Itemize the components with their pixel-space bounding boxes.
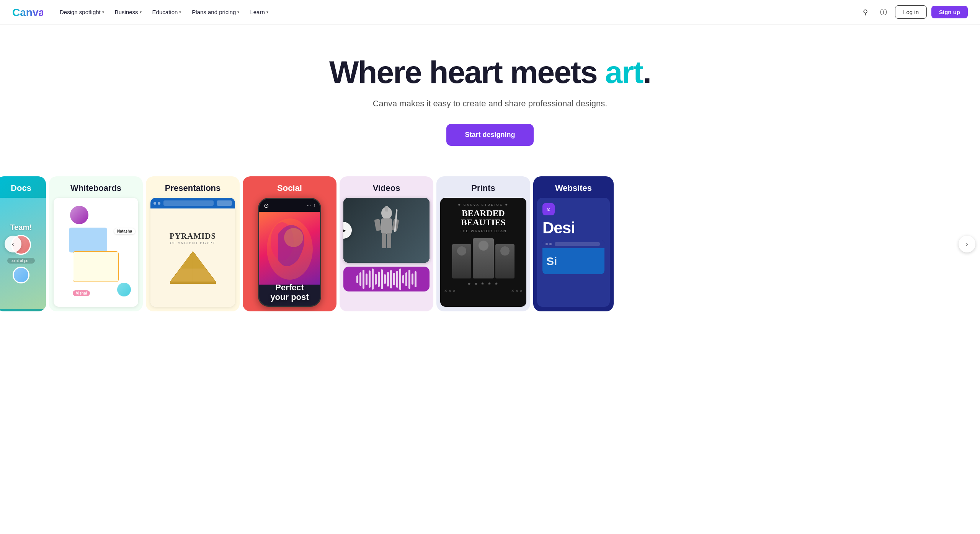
card-prints[interactable]: Prints ★ CANVA STUDIOS ★ BEARDEDBEAUTIES… <box>436 176 530 311</box>
svg-rect-10 <box>374 219 381 231</box>
prints-stars: ★ ★ ★ ★ ★ <box>467 282 499 286</box>
help-icon: ⓘ <box>880 8 887 17</box>
card-whiteboards-title: Whiteboards <box>49 176 143 198</box>
start-designing-button[interactable]: Start designing <box>446 124 533 146</box>
nav-actions: ⚲ ⓘ Log in Sign up <box>858 5 968 19</box>
signup-button[interactable]: Sign up <box>931 6 968 18</box>
card-prints-title: Prints <box>436 176 530 198</box>
hero-title: Where heart meets art. <box>329 55 651 90</box>
svg-rect-9 <box>381 218 392 234</box>
carousel-prev-button[interactable]: ‹ <box>5 236 21 252</box>
navigation: Canva Design spotlight ▾ Business ▾ Educ… <box>0 0 980 24</box>
chevron-down-icon: ▾ <box>237 10 239 14</box>
card-social[interactable]: Social ⊙ ··· ↑ <box>243 176 336 311</box>
card-social-title: Social <box>243 176 336 198</box>
logo[interactable]: Canva <box>12 6 43 18</box>
nav-education[interactable]: Education ▾ <box>148 6 186 18</box>
search-button[interactable]: ⚲ <box>858 5 872 19</box>
chevron-right-icon: › <box>966 241 968 247</box>
login-button[interactable]: Log in <box>895 5 927 19</box>
svg-rect-4 <box>170 282 216 284</box>
chevron-down-icon: ▾ <box>266 10 268 14</box>
chevron-down-icon: ▾ <box>140 10 142 14</box>
hero-subtitle: Canva makes it easy to create and share … <box>373 99 608 109</box>
prints-title: BEARDEDBEAUTIES <box>461 209 505 227</box>
nav-design-spotlight[interactable]: Design spotlight ▾ <box>55 6 109 18</box>
card-websites[interactable]: Websites ⊙ Desi Si <box>533 176 614 311</box>
hero-section: Where heart meets art. Canva makes it ea… <box>0 24 980 169</box>
chevron-down-icon: ▾ <box>179 10 181 14</box>
cards-strip: Docs Team! point of po... Whiteboards Na… <box>0 176 980 311</box>
svg-point-7 <box>284 228 303 247</box>
nav-learn[interactable]: Learn ▾ <box>245 6 273 18</box>
card-videos-title: Videos <box>340 176 433 198</box>
chevron-down-icon: ▾ <box>102 10 104 14</box>
nav-plans-pricing[interactable]: Plans and pricing ▾ <box>187 6 244 18</box>
svg-marker-3 <box>181 251 204 269</box>
svg-text:Canva: Canva <box>12 7 43 18</box>
card-presentations[interactable]: Presentations PYRAMIDS OF ANCIENT EGYPT <box>146 176 240 311</box>
svg-rect-13 <box>387 233 391 248</box>
help-button[interactable]: ⓘ <box>877 5 890 19</box>
svg-rect-12 <box>382 233 386 248</box>
chevron-left-icon: ‹ <box>12 241 14 247</box>
carousel-next-button[interactable]: › <box>959 236 975 252</box>
search-icon: ⚲ <box>863 8 868 16</box>
card-docs-title: Docs <box>0 176 46 198</box>
svg-rect-14 <box>385 206 388 212</box>
nav-links: Design spotlight ▾ Business ▾ Education … <box>55 6 858 18</box>
prints-subtitle: THE WARRIOR CLAN <box>460 229 506 233</box>
card-videos[interactable]: Videos <box>340 176 433 311</box>
card-whiteboards[interactable]: Whiteboards Natasha Vishal <box>49 176 143 311</box>
nav-business[interactable]: Business ▾ <box>110 6 146 18</box>
card-websites-title: Websites <box>533 176 614 198</box>
prints-badge: ★ CANVA STUDIOS ★ <box>458 203 509 207</box>
card-presentations-title: Presentations <box>146 176 240 198</box>
